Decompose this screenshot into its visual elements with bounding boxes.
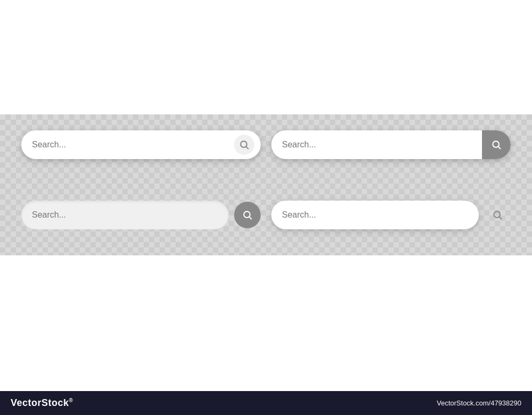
search-icon-1: [239, 139, 250, 150]
search-bar-2: [271, 130, 511, 159]
search-button-2[interactable]: [482, 130, 511, 159]
search-bar-3: [21, 201, 229, 229]
search-input-2[interactable]: [282, 140, 482, 150]
search-input-1[interactable]: [32, 140, 234, 150]
search-icon-3: [242, 210, 253, 220]
search-icon-2: [491, 139, 502, 150]
svg-line-7: [500, 217, 502, 219]
footer: VectorStock® VectorStock.com/47938290: [0, 391, 532, 415]
footer-url: VectorStock.com/47938290: [437, 399, 521, 407]
search-bar-4: [271, 201, 479, 229]
trademark: ®: [69, 397, 73, 403]
svg-line-1: [246, 147, 248, 149]
white-bottom-area: [0, 255, 532, 396]
white-top-area: [0, 0, 532, 114]
footer-brand: VectorStock®: [11, 397, 73, 409]
search-icon-4: [492, 210, 503, 220]
search-bar-4-wrapper: [271, 190, 511, 240]
search-bars-container: [0, 114, 532, 255]
search-input-4[interactable]: [282, 210, 468, 220]
brand-name: VectorStock: [11, 397, 69, 408]
search-bar-3-wrapper: [21, 190, 261, 240]
search-button-1[interactable]: [234, 135, 254, 155]
search-button-4[interactable]: [484, 202, 511, 228]
svg-line-3: [498, 147, 501, 149]
search-button-3[interactable]: [234, 202, 261, 228]
search-bar-1: [21, 130, 261, 159]
search-input-3[interactable]: [32, 210, 218, 220]
svg-line-5: [250, 217, 252, 219]
